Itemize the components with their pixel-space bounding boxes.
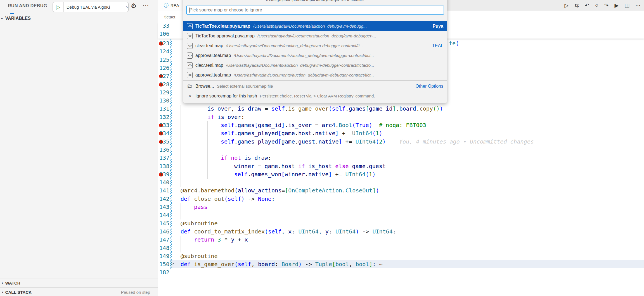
- line-number[interactable]: 144: [158, 212, 169, 218]
- line-number[interactable]: 131: [158, 105, 169, 112]
- gear-icon[interactable]: ⚙: [131, 2, 137, 10]
- code-token: if: [221, 154, 228, 161]
- code-line[interactable]: 143pass: [158, 203, 644, 211]
- code-token: +=: [332, 171, 345, 178]
- line-number[interactable]: 139: [158, 171, 169, 178]
- line-number[interactable]: 130: [158, 97, 169, 104]
- quickpick-item[interactable]: <>clear.teal.map/Users/asthayadav/Docume…: [183, 41, 447, 51]
- line-number[interactable]: 146: [158, 228, 169, 235]
- code-line[interactable]: 182: [158, 268, 644, 277]
- code-token: close_out: [194, 195, 224, 202]
- code-line[interactable]: 132if is_over:: [158, 113, 644, 121]
- line-number[interactable]: 138: [158, 163, 169, 170]
- code-token: .: [248, 171, 251, 178]
- code-line[interactable]: 149@subroutine: [158, 252, 644, 261]
- quickpick-list: <>TicTacToe.clear.puya.map/Users/asthaya…: [183, 21, 447, 101]
- quickpick-item[interactable]: <>approval.teal.map/Users/asthayadav/Doc…: [183, 51, 447, 60]
- code-line[interactable]: 137if not is_draw:: [158, 154, 644, 162]
- line-number[interactable]: 141: [158, 187, 169, 194]
- code-token: ): [356, 228, 359, 235]
- code-line[interactable]: 145@subroutine: [158, 219, 644, 228]
- code-token: board: [258, 261, 275, 268]
- item-path: /Users/asthayadav/Documents/auction_debu…: [234, 73, 374, 77]
- line-number[interactable]: 182: [158, 269, 169, 276]
- code-line[interactable]: 146def coord_to_matrix_index(self, x: UI…: [158, 228, 644, 236]
- more-actions-icon[interactable]: ⋯: [635, 2, 641, 9]
- code-line[interactable]: 147return 3 * y + x: [158, 236, 644, 244]
- step-forward-icon[interactable]: ↷: [604, 2, 609, 9]
- line-number[interactable]: 148: [158, 245, 169, 251]
- line-number[interactable]: 126: [158, 65, 169, 71]
- code-line[interactable]: 139self.games_won[winner.native] += UInt…: [158, 170, 644, 179]
- code-line[interactable]: 136: [158, 146, 644, 154]
- quickpick-item[interactable]: <>TicTacToe.approval.puya.map/Users/asth…: [183, 31, 447, 41]
- code-line[interactable]: 135self.games_played[game.guest.native] …: [158, 138, 644, 146]
- code-token: (: [456, 40, 459, 47]
- code-line[interactable]: 138winner = game.host if is_host else ga…: [158, 162, 644, 171]
- variables-section-header[interactable]: › VARIABLES: [0, 14, 158, 23]
- code-token: .: [295, 130, 298, 137]
- quickpick-input[interactable]: [186, 6, 444, 15]
- line-number[interactable]: 123: [158, 40, 169, 47]
- step-back-icon[interactable]: ↶: [585, 2, 589, 9]
- line-number[interactable]: 133: [158, 122, 169, 128]
- line-number[interactable]: 142: [158, 195, 169, 202]
- item-path: /Users/asthayadav/Documents/auction_debu…: [257, 34, 376, 38]
- line-number[interactable]: 132: [158, 114, 169, 120]
- quickpick-item[interactable]: ×Ignore sourcemap for this hashPersisten…: [183, 91, 447, 101]
- line-number[interactable]: 135: [158, 138, 169, 145]
- modified-line-indicator: [170, 162, 172, 171]
- code-line[interactable]: 144: [158, 211, 644, 219]
- run-icon[interactable]: ▷: [565, 2, 569, 9]
- code-text: is_over, is_draw = self.is_game_over(sel…: [207, 105, 443, 112]
- start-debugging-icon[interactable]: ▷: [53, 2, 64, 12]
- code-token: games_played: [238, 138, 278, 145]
- code-line[interactable]: 131is_over, is_draw = self.is_game_over(…: [158, 105, 644, 113]
- quickpick-item[interactable]: <>approval.teal.map/Users/asthayadav/Doc…: [183, 70, 447, 80]
- split-editor-icon[interactable]: ◫: [624, 2, 629, 9]
- code-line[interactable]: 134self.games_played[game.host.native] +…: [158, 129, 644, 138]
- line-number[interactable]: 143: [158, 204, 169, 210]
- code-token: :: [372, 261, 376, 268]
- line-number[interactable]: 127: [158, 73, 169, 79]
- code-line[interactable]: 142def close_out(self) -> None:: [158, 195, 644, 203]
- debug-config-dropdown[interactable]: ▷ Debug TEAL via AlgoKi ›: [53, 2, 129, 12]
- code-token: [: [254, 122, 258, 128]
- line-number[interactable]: 150: [158, 261, 169, 268]
- code-token: UInt64: [299, 228, 319, 235]
- line-number[interactable]: 145: [158, 220, 169, 227]
- code-line[interactable]: 141@arc4.baremethod(allow_actions=[OnCom…: [158, 187, 644, 195]
- line-number[interactable]: 149: [158, 253, 169, 259]
- indent-guide: [194, 129, 194, 138]
- line-number[interactable]: 137: [158, 154, 169, 161]
- compare-icon[interactable]: ⇆: [574, 2, 579, 9]
- code-token: (: [224, 195, 228, 202]
- record-icon[interactable]: ○: [595, 2, 598, 8]
- line-number[interactable]: 124: [158, 48, 169, 55]
- line-number[interactable]: 128: [158, 81, 169, 88]
- line-number[interactable]: 140: [158, 179, 169, 186]
- code-text: @arc4.baremethod(allow_actions=[OnComple…: [181, 187, 379, 194]
- code-line[interactable]: 133self.games[game_id].is_over = arc4.Bo…: [158, 121, 644, 130]
- call-stack-section-header[interactable]: › CALL STACK Paused on step: [0, 287, 158, 296]
- code-token: True: [356, 122, 369, 128]
- code-line[interactable]: 150>def is_game_over(self, board: Board)…: [158, 260, 644, 269]
- code-token: [: [278, 138, 281, 145]
- code-line[interactable]: 140: [158, 178, 644, 187]
- line-number[interactable]: 147: [158, 236, 169, 243]
- line-number[interactable]: 134: [158, 130, 169, 137]
- run-circle-icon[interactable]: ▶: [614, 2, 619, 9]
- quickpick-item[interactable]: 🗁Browse...Select external sourcemap file…: [183, 81, 447, 91]
- quickpick-item[interactable]: <>clear.teal.map/Users/asthayadav/Docume…: [183, 60, 447, 70]
- watch-section-header[interactable]: › WATCH: [0, 278, 158, 287]
- more-actions-icon[interactable]: ⋯: [143, 1, 150, 9]
- quickpick-item[interactable]: <>TicTacToe.clear.puya.map/Users/asthaya…: [183, 21, 447, 31]
- code-token: =: [254, 163, 264, 170]
- breadcrumb[interactable]: tictact: [164, 15, 175, 19]
- line-number[interactable]: 125: [158, 56, 169, 63]
- line-number[interactable]: 136: [158, 146, 169, 153]
- line-number[interactable]: 129: [158, 89, 169, 96]
- code-token: self: [332, 105, 345, 112]
- code-line[interactable]: 148: [158, 244, 644, 252]
- fold-chevron-icon[interactable]: >: [171, 261, 174, 266]
